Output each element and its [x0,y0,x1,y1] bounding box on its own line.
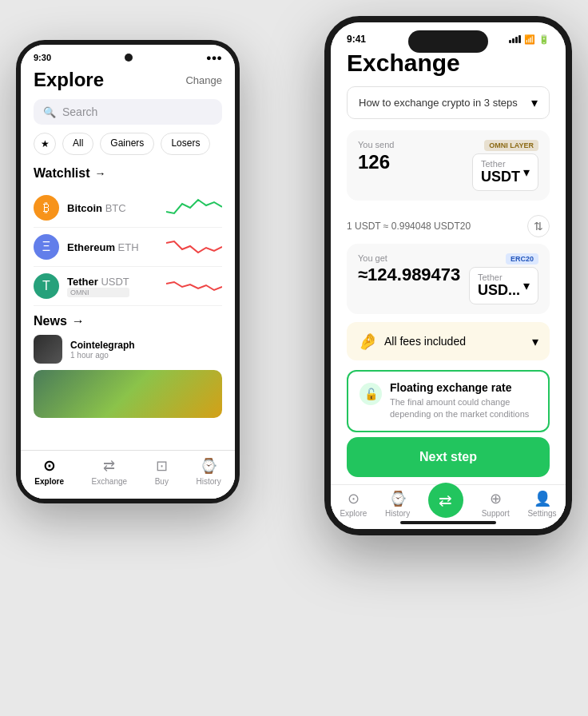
nav-exchange-right[interactable]: ⇄ [428,483,463,518]
usdt-icon: T [34,273,59,299]
get-label: You get [358,253,460,263]
bottom-nav-left: ⊙ Explore ⇄ Exchange ⊡ Buy ⌚ History [21,450,235,499]
page-title: Exchange [347,50,550,77]
news-image[interactable] [34,370,222,418]
next-step-button[interactable]: Next step [347,437,550,477]
floating-rate-desc: The final amount could change depending … [390,396,537,421]
search-bar[interactable]: 🔍 Search [34,99,222,125]
send-label: You send [358,140,394,149]
nav-explore-left[interactable]: ⊙ Explore [34,457,64,486]
history-nav-label: History [197,477,221,486]
get-currency-selector: ERC20 Tether USD... ▾ [469,253,538,304]
settings-right-label: Settings [527,509,556,518]
get-card: You get ≈124.989473 ERC20 Tether USD... … [347,244,550,314]
send-currency-picker[interactable]: Tether USDT ▾ [472,153,538,191]
left-phone: 9:30 ●●● Explore Change 🔍 Search ★ [16,40,240,503]
how-to-text: How to exchange crypto in 3 steps [359,97,518,109]
nav-buy-left[interactable]: ⊡ Buy [155,457,169,486]
settings-right-icon: 👤 [534,490,551,507]
phones-container: 9:30 ●●● Explore Change 🔍 Search ★ [0,0,588,716]
news-source-icon [34,335,62,364]
right-phone: 9:41 📶 🔋 Exchange How to [324,16,572,535]
news-label: News [34,314,67,328]
usdt-sparkline [166,274,222,298]
filter-losers[interactable]: Losers [161,133,210,155]
filter-all[interactable]: All [62,133,93,155]
status-icons-right: 📶 🔋 [509,34,550,45]
battery-right: 🔋 [538,34,550,45]
time-left: 9:30 [34,53,51,62]
coin-item-usdt[interactable]: T Tether USDT OMNI [34,267,222,306]
battery-left: ●●● [206,53,222,62]
fees-left: 🤌 All fees included [358,332,466,351]
send-currency-label: Tether [481,159,520,169]
filter-star[interactable]: ★ [34,133,56,155]
floating-rate-title: Floating exchange rate [390,381,537,394]
watchlist-label: Watchlist [34,166,90,181]
send-currency-selector: OMNI LAYER Tether USDT ▾ [472,140,538,191]
get-amount: ≈124.989473 [358,265,460,285]
time-right: 9:41 [347,34,366,45]
search-placeholder: Search [62,105,97,118]
exchange-nav-icon: ⇄ [103,457,115,475]
explore-nav-icon: ⊙ [43,457,55,475]
news-time: 1 hour ago [70,351,135,360]
fees-chevron: ▾ [532,334,538,349]
buy-nav-label: Buy [155,477,169,486]
news-source-name: Cointelegraph [70,340,135,351]
how-to-dropdown[interactable]: How to exchange crypto in 3 steps ▾ [347,86,550,119]
dynamic-island [408,30,488,53]
filter-row: ★ All Gainers Losers [34,133,222,155]
usdt-name: Tether USDT [67,276,129,288]
floating-lock-icon: 🔓 [360,383,382,405]
get-currency-symbol: USD... [478,282,520,299]
nav-explore-right[interactable]: ⊙ Explore [340,490,367,518]
send-currency-symbol: USDT [481,169,520,185]
fees-text: All fees included [384,335,466,348]
how-to-chevron: ▾ [531,95,538,110]
get-currency-label: Tether [478,272,520,282]
get-currency-picker[interactable]: Tether USD... ▾ [469,267,538,304]
news-arrow[interactable]: → [72,314,85,328]
floating-rate-option[interactable]: 🔓 Floating exchange rate The final amoun… [347,370,550,432]
nav-exchange-left[interactable]: ⇄ Exchange [92,457,127,486]
nav-history-right[interactable]: ⌚ History [385,490,410,518]
get-chevron-icon: ▾ [523,278,530,293]
signal-icon [509,35,521,43]
exchange-nav-label: Exchange [92,477,127,486]
eth-name: Ethereum ETH [67,241,139,253]
btc-sparkline [166,196,222,220]
fees-row[interactable]: 🤌 All fees included ▾ [347,322,550,360]
coin-item-btc[interactable]: ₿ Bitcoin BTC [34,189,222,228]
explore-nav-label: Explore [34,477,64,486]
fees-emoji: 🤌 [358,332,378,351]
exchange-rate-row: 1 USDT ≈ 0.994048 USDT20 ⇅ [347,209,550,244]
camera-left [125,54,133,62]
exchange-rate-text: 1 USDT ≈ 0.994048 USDT20 [347,221,471,232]
nav-support-right[interactable]: ⊕ Support [482,490,510,518]
search-icon: 🔍 [43,106,56,118]
filter-gainers[interactable]: Gainers [100,133,154,155]
get-currency-badge: ERC20 [506,253,538,265]
history-nav-icon: ⌚ [200,457,217,475]
send-row: You send 126 OMNI LAYER Tether USDT ▾ [358,140,538,191]
nav-history-left[interactable]: ⌚ History [197,457,221,486]
history-right-label: History [385,509,410,518]
send-chevron-icon: ▾ [523,165,530,180]
status-bar-left: 9:30 ●●● [21,45,235,66]
get-row: You get ≈124.989473 ERC20 Tether USD... … [358,253,538,304]
nav-settings-right[interactable]: 👤 Settings [527,490,556,518]
wifi-icon: 📶 [524,34,535,45]
usdt-badge: OMNI [67,288,129,297]
home-indicator [400,521,496,524]
swap-button[interactable]: ⇅ [527,215,550,237]
explore-right-icon: ⊙ [348,490,360,507]
watchlist-arrow[interactable]: → [95,167,106,180]
news-item[interactable]: Cointelegraph 1 hour ago [34,335,222,364]
coin-item-eth[interactable]: Ξ Ethereum ETH [34,228,222,267]
send-card: You send 126 OMNI LAYER Tether USDT ▾ [347,130,550,201]
change-button[interactable]: Change [185,74,222,86]
support-right-icon: ⊕ [490,490,502,507]
explore-right-label: Explore [340,509,367,518]
news-header: News → [34,314,222,328]
